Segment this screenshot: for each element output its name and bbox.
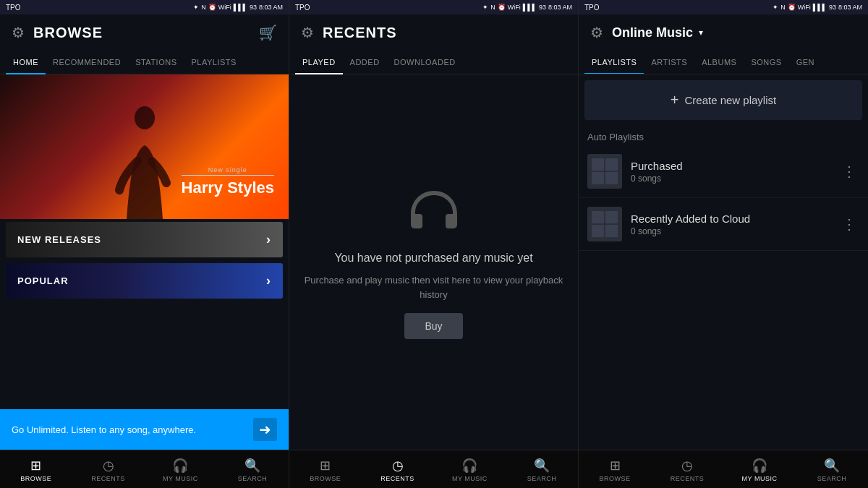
playlist-more-cloud[interactable]: ⋮ bbox=[839, 213, 859, 236]
tab-downloaded[interactable]: DOWNLOADED bbox=[387, 51, 463, 74]
buy-button[interactable]: Buy bbox=[404, 313, 462, 339]
tab-playlists-browse[interactable]: PLAYLISTS bbox=[184, 51, 244, 74]
mymusic-nav-label-2: MY MUSIC bbox=[452, 475, 488, 482]
mymusic-nav-icon-1: 🎧 bbox=[172, 458, 188, 474]
bluetooth-icon-3: ✦ bbox=[773, 4, 778, 11]
carrier-browse: TPO bbox=[6, 4, 21, 12]
tab-played[interactable]: PLAYED bbox=[295, 51, 343, 74]
bottom-nav-search-1[interactable]: 🔍 SEARCH bbox=[216, 455, 289, 485]
status-icons-recents: ✦ N ⏰ WiFi ▌▌▌ 93 8:03 AM bbox=[482, 4, 572, 11]
time-online: 8:03 AM bbox=[838, 4, 862, 11]
tab-stations[interactable]: STATIONS bbox=[128, 51, 184, 74]
status-bar-online: TPO ✦ N ⏰ WiFi ▌▌▌ 93 8:03 AM bbox=[579, 0, 868, 14]
status-bar-recents: TPO ✦ N ⏰ WiFi ▌▌▌ 93 8:03 AM bbox=[289, 0, 578, 14]
tab-added[interactable]: ADDED bbox=[343, 51, 387, 74]
tab-home[interactable]: HOME bbox=[6, 51, 46, 74]
tab-playlists[interactable]: PLAYLISTS bbox=[584, 51, 644, 74]
tab-albums[interactable]: ALBUMS bbox=[694, 51, 744, 74]
mymusic-nav-icon-2: 🎧 bbox=[461, 458, 477, 474]
alarm-icon-2: ⏰ bbox=[498, 4, 506, 11]
playlist-name-purchased: Purchased bbox=[631, 160, 830, 172]
online-nav-tabs: PLAYLISTS ARTISTS ALBUMS SONGS GEN bbox=[579, 51, 868, 74]
create-playlist-btn[interactable]: + Create new playlist bbox=[584, 80, 862, 120]
playlist-info-purchased: Purchased 0 songs bbox=[631, 160, 830, 184]
recents-nav-icon-3: ◷ bbox=[681, 458, 693, 474]
recents-nav-icon-2: ◷ bbox=[392, 458, 404, 474]
browse-nav-icon-3: ⊞ bbox=[610, 458, 621, 474]
tab-artists[interactable]: ARTISTS bbox=[644, 51, 694, 74]
recents-nav-icon-1: ◷ bbox=[103, 458, 114, 474]
tab-songs[interactable]: SONGS bbox=[744, 51, 788, 74]
online-music-title: Online Music bbox=[612, 25, 693, 40]
thumb-cell-7 bbox=[592, 225, 604, 237]
time-recents: 8:03 AM bbox=[548, 4, 572, 11]
playlist-item-cloud[interactable]: Recently Added to Cloud 0 songs ⋮ bbox=[579, 198, 868, 251]
online-music-title-area[interactable]: Online Music ▾ bbox=[612, 25, 703, 40]
bottom-nav-browse[interactable]: ⊞ BROWSE bbox=[0, 455, 72, 485]
settings-icon-browse[interactable]: ⚙ bbox=[12, 24, 25, 41]
recents-title: RECENTS bbox=[323, 25, 397, 41]
browse-nav-label: BROWSE bbox=[20, 475, 51, 482]
bottom-nav-mymusic-3[interactable]: 🎧 MY MUSIC bbox=[723, 455, 796, 485]
signal-icon: ▌▌▌ bbox=[234, 4, 247, 11]
status-icons-browse: ✦ N ⏰ WiFi ▌▌▌ 93 8:03 AM bbox=[193, 4, 283, 11]
playlist-thumb-cloud bbox=[587, 207, 622, 241]
unlimited-arrow-icon: ➜ bbox=[253, 418, 277, 441]
popular-btn[interactable]: POPULAR › bbox=[6, 263, 283, 299]
svg-point-0 bbox=[135, 106, 155, 129]
signal-icon-3: ▌▌▌ bbox=[813, 4, 827, 11]
new-releases-arrow-icon: › bbox=[266, 232, 271, 247]
bottom-nav-mymusic-1[interactable]: 🎧 MY MUSIC bbox=[145, 455, 217, 485]
settings-icon-recents[interactable]: ⚙ bbox=[301, 24, 314, 41]
search-nav-icon-3: 🔍 bbox=[824, 458, 840, 474]
notification-icon-2: N bbox=[490, 4, 495, 11]
browse-header: ⚙ BROWSE 🛒 bbox=[0, 14, 289, 51]
bottom-nav-recents-2[interactable]: ◷ RECENTS bbox=[362, 455, 434, 485]
new-releases-btn[interactable]: NEW RELEASES › bbox=[6, 222, 283, 257]
playlist-more-purchased[interactable]: ⋮ bbox=[839, 160, 859, 183]
bottom-nav-mymusic-2[interactable]: 🎧 MY MUSIC bbox=[434, 455, 506, 485]
search-nav-label-2: SEARCH bbox=[527, 475, 557, 482]
bluetooth-icon-2: ✦ bbox=[482, 4, 488, 11]
cart-icon-browse[interactable]: 🛒 bbox=[259, 24, 277, 41]
recents-bottom-nav: ⊞ BROWSE ◷ RECENTS 🎧 MY MUSIC 🔍 SEARCH bbox=[289, 450, 578, 488]
thumb-grid-cloud bbox=[592, 211, 618, 237]
wifi-icon-3: WiFi bbox=[798, 4, 811, 11]
tab-genre[interactable]: GEN bbox=[789, 51, 822, 74]
tab-recommended[interactable]: RECOMMENDED bbox=[46, 51, 128, 74]
playlist-item-purchased[interactable]: Purchased 0 songs ⋮ bbox=[579, 145, 868, 198]
unlimited-banner[interactable]: Go Unlimited. Listen to any song, anywhe… bbox=[0, 409, 289, 450]
battery-online: 93 bbox=[829, 4, 836, 11]
carrier-online: TPO bbox=[584, 4, 600, 12]
online-music-header: ⚙ Online Music ▾ bbox=[579, 14, 868, 51]
create-playlist-label: Create new playlist bbox=[684, 94, 776, 106]
status-icons-online: ✦ N ⏰ WiFi ▌▌▌ 93 8:03 AM bbox=[773, 4, 862, 11]
recents-nav-label-2: RECENTS bbox=[380, 475, 414, 482]
browse-nav-label-2: BROWSE bbox=[310, 475, 341, 482]
recents-header: ⚙ RECENTS bbox=[289, 14, 578, 51]
playlist-name-cloud: Recently Added to Cloud bbox=[631, 213, 830, 225]
bottom-nav-search-3[interactable]: 🔍 SEARCH bbox=[796, 455, 868, 485]
hero-artist-name: Harry Styles bbox=[182, 179, 274, 197]
bottom-nav-browse-3[interactable]: ⊞ BROWSE bbox=[579, 455, 651, 485]
notification-icon-3: N bbox=[780, 4, 786, 11]
thumb-cell-4 bbox=[605, 172, 618, 184]
search-nav-label-3: SEARCH bbox=[817, 475, 847, 482]
signal-icon-2: ▌▌▌ bbox=[523, 4, 537, 11]
bottom-nav-browse-2[interactable]: ⊞ BROWSE bbox=[289, 455, 362, 485]
battery-browse: 93 bbox=[250, 4, 257, 11]
new-releases-label: NEW RELEASES bbox=[17, 234, 101, 245]
bottom-nav-recents-3[interactable]: ◷ RECENTS bbox=[651, 455, 723, 485]
bottom-nav-search-2[interactable]: 🔍 SEARCH bbox=[506, 455, 578, 485]
thumb-cell-6 bbox=[605, 211, 618, 223]
popular-arrow-icon: › bbox=[266, 273, 271, 288]
thumb-grid-purchased bbox=[592, 158, 618, 184]
mymusic-nav-label-3: MY MUSIC bbox=[742, 475, 778, 482]
bluetooth-icon: ✦ bbox=[193, 4, 199, 11]
browse-panel: TPO ✦ N ⏰ WiFi ▌▌▌ 93 8:03 AM ⚙ BROWSE 🛒… bbox=[0, 0, 289, 488]
settings-icon-online[interactable]: ⚙ bbox=[590, 24, 603, 41]
recents-nav-tabs: PLAYED ADDED DOWNLOADED bbox=[289, 51, 578, 74]
bottom-nav-recents-1[interactable]: ◷ RECENTS bbox=[72, 455, 145, 485]
hero-section[interactable]: New single Harry Styles bbox=[0, 74, 289, 219]
notification-icon: N bbox=[201, 4, 206, 11]
